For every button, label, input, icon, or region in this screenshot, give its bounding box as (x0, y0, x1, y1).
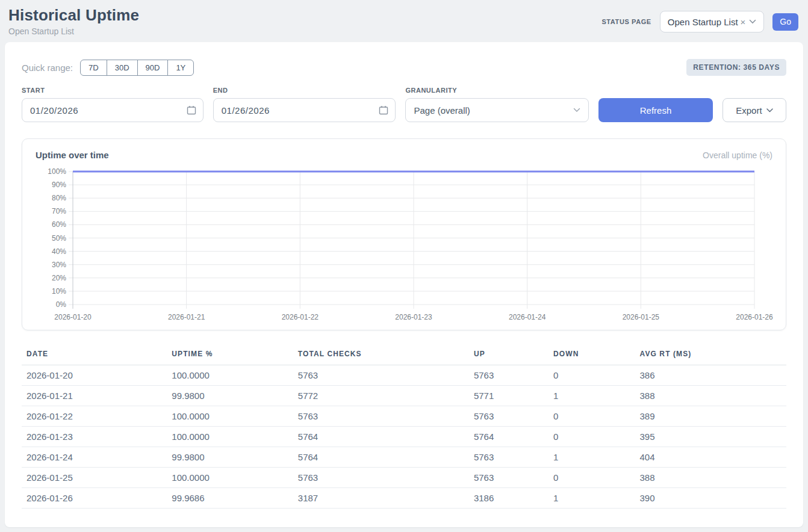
clear-selection-icon[interactable]: × (741, 17, 746, 26)
quick-range-button-90d[interactable]: 90D (137, 60, 169, 76)
title-block: Historical Uptime Open Startup List (8, 6, 139, 36)
table-cell: 388 (635, 386, 786, 406)
calendar-icon[interactable] (187, 105, 196, 115)
column-header: DATE (22, 347, 167, 365)
chevron-down-icon (573, 108, 580, 113)
quick-range-button-7d[interactable]: 7D (80, 60, 107, 76)
quick-range-label: Quick range: (22, 63, 73, 73)
page-subtitle: Open Startup List (8, 26, 139, 36)
start-date-field: START (22, 87, 204, 122)
table-cell: 390 (635, 488, 786, 509)
quick-range-button-30d[interactable]: 30D (107, 60, 138, 76)
table-cell: 0 (549, 427, 635, 447)
page-title: Historical Uptime (8, 6, 139, 25)
table-cell: 5763 (469, 447, 549, 468)
svg-text:2026-01-20: 2026-01-20 (54, 313, 92, 321)
table-cell: 2026-01-25 (22, 468, 167, 488)
export-button[interactable]: Export (723, 98, 786, 122)
chevron-down-icon (766, 108, 773, 113)
start-label: START (22, 87, 204, 94)
end-label: END (213, 87, 396, 94)
table-cell: 5763 (293, 468, 469, 488)
svg-text:60%: 60% (52, 220, 66, 229)
svg-text:2026-01-25: 2026-01-25 (623, 313, 660, 321)
table-cell: 404 (635, 447, 786, 468)
table-cell: 2026-01-24 (22, 447, 167, 468)
svg-text:40%: 40% (52, 247, 66, 256)
status-page-selected-value: Open Startup List (668, 17, 738, 27)
svg-text:90%: 90% (52, 181, 66, 189)
chart-card: Uptime over time Overall uptime (%) 0%10… (22, 138, 786, 330)
uptime-table-wrap: DATEUPTIME %TOTAL CHECKSUPDOWNAVG RT (MS… (22, 347, 786, 509)
table-cell: 389 (635, 406, 786, 427)
calendar-icon[interactable] (379, 105, 388, 115)
svg-text:80%: 80% (52, 194, 66, 202)
table-cell: 5772 (293, 386, 469, 406)
table-cell: 100.0000 (167, 406, 293, 427)
refresh-button[interactable]: Refresh (598, 98, 713, 122)
export-button-label: Export (736, 105, 762, 116)
quick-range-row: Quick range: 7D30D90D1Y RETENTION: 365 D… (22, 59, 786, 76)
table-cell: 0 (549, 468, 635, 488)
status-page-label: STATUS PAGE (601, 18, 651, 25)
table-cell: 100.0000 (167, 427, 293, 447)
uptime-line-chart: 0%10%20%30%40%50%60%70%80%90%100%2026-01… (34, 166, 774, 324)
table-row: 2026-01-2499.9800576457631404 (22, 447, 786, 468)
quick-range-group: 7D30D90D1Y (80, 60, 194, 76)
table-cell: 386 (635, 365, 786, 386)
svg-text:10%: 10% (52, 287, 66, 295)
table-row: 2026-01-25100.0000576357630388 (22, 468, 786, 488)
table-cell: 5763 (293, 365, 469, 386)
svg-text:2026-01-21: 2026-01-21 (168, 313, 205, 321)
start-date-input[interactable] (22, 98, 204, 122)
table-cell: 100.0000 (167, 365, 293, 386)
svg-text:2026-01-24: 2026-01-24 (509, 313, 546, 321)
table-row: 2026-01-2199.9800577257711388 (22, 386, 786, 406)
svg-text:0%: 0% (56, 300, 67, 309)
column-header: DOWN (549, 347, 635, 365)
table-cell: 0 (549, 406, 635, 427)
table-cell: 99.9800 (167, 447, 293, 468)
table-row: 2026-01-22100.0000576357630389 (22, 406, 786, 427)
table-row: 2026-01-20100.0000576357630386 (22, 365, 786, 386)
status-page-select[interactable]: Open Startup List × (660, 11, 765, 32)
table-cell: 5764 (469, 427, 549, 447)
chart-header: Uptime over time Overall uptime (%) (34, 150, 774, 166)
table-cell: 3187 (293, 488, 469, 509)
table-cell: 395 (635, 427, 786, 447)
table-cell: 2026-01-23 (22, 427, 167, 447)
chevron-down-icon (749, 19, 756, 24)
table-cell: 100.0000 (167, 468, 293, 488)
table-cell: 5763 (469, 406, 549, 427)
uptime-table: DATEUPTIME %TOTAL CHECKSUPDOWNAVG RT (MS… (22, 347, 786, 509)
column-header: TOTAL CHECKS (293, 347, 469, 365)
go-button[interactable]: Go (772, 13, 798, 31)
chart-legend-label: Overall uptime (%) (703, 150, 772, 160)
topbar-controls: STATUS PAGE Open Startup List × Go (601, 11, 798, 32)
table-cell: 2026-01-26 (22, 488, 167, 509)
column-header: UPTIME % (167, 347, 293, 365)
filters-row: START END GRANULARITY Page (overall) (22, 87, 786, 122)
table-cell: 1 (549, 447, 635, 468)
table-cell: 5763 (469, 365, 549, 386)
end-date-field: END (213, 87, 396, 122)
chart-title: Uptime over time (36, 150, 109, 160)
table-cell: 0 (549, 365, 635, 386)
top-bar: Historical Uptime Open Startup List STAT… (0, 0, 808, 42)
table-cell: 3186 (469, 488, 549, 509)
granularity-selected-value: Page (overall) (414, 105, 470, 116)
granularity-select[interactable]: Page (overall) (405, 98, 589, 122)
svg-text:70%: 70% (52, 207, 66, 215)
svg-text:50%: 50% (52, 234, 66, 243)
main-panel: Quick range: 7D30D90D1Y RETENTION: 365 D… (5, 42, 803, 527)
end-date-input[interactable] (213, 98, 396, 122)
quick-range-button-1y[interactable]: 1Y (167, 60, 194, 76)
table-cell: 5763 (469, 468, 549, 488)
table-cell: 2026-01-21 (22, 386, 167, 406)
retention-badge: RETENTION: 365 DAYS (686, 59, 786, 76)
table-cell: 5763 (293, 406, 469, 427)
table-cell: 388 (635, 468, 786, 488)
table-header-row: DATEUPTIME %TOTAL CHECKSUPDOWNAVG RT (MS… (22, 347, 786, 365)
svg-text:2026-01-22: 2026-01-22 (282, 313, 319, 321)
column-header: AVG RT (MS) (635, 347, 786, 365)
